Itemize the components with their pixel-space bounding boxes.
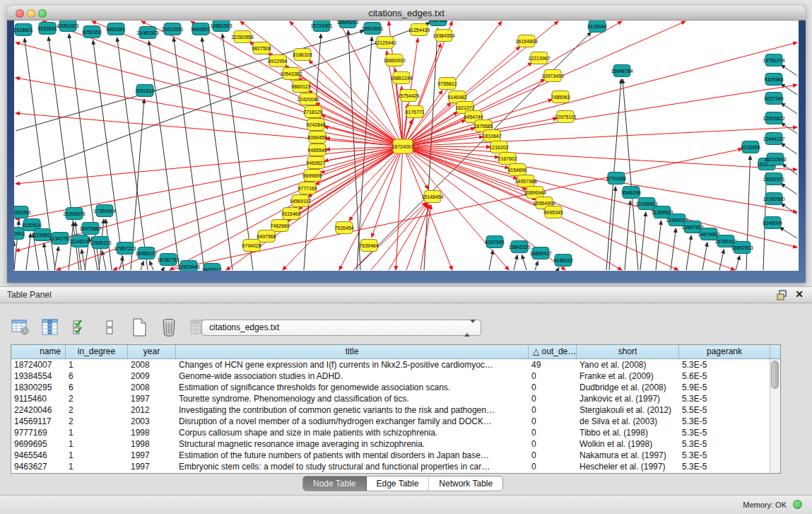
- table-cell[interactable]: 6: [66, 370, 128, 382]
- table-cell[interactable]: 9777169: [11, 427, 66, 438]
- citation-edge-black[interactable]: [26, 233, 31, 270]
- table-settings-icon[interactable]: [10, 317, 31, 338]
- column-header-4[interactable]: △ out_de…: [529, 345, 577, 358]
- table-cell[interactable]: Changes of HCN gene expression and I(f) …: [176, 359, 529, 370]
- column-header-0[interactable]: name: [11, 345, 66, 358]
- table-cell[interactable]: Franke et al. (2009): [577, 370, 679, 382]
- table-cell[interactable]: 1: [66, 450, 128, 461]
- cited-node[interactable]: 9146482: [447, 91, 466, 103]
- table-cell[interactable]: 0: [529, 382, 577, 393]
- table-selector-dropdown[interactable]: citations_edges.txt: [201, 320, 481, 336]
- citing-node[interactable]: 8215955: [741, 141, 760, 153]
- cited-node[interactable]: 1216202: [489, 141, 508, 153]
- citation-edge-black[interactable]: [535, 261, 538, 270]
- table-cell[interactable]: 5.5E-5: [679, 404, 770, 416]
- column-header-5[interactable]: short: [577, 345, 679, 358]
- table-cell[interactable]: Dudbridge et al. (2008): [577, 382, 679, 393]
- citation-edge-black[interactable]: [223, 34, 253, 270]
- column-header-3[interactable]: title: [176, 345, 529, 358]
- cited-node[interactable]: 9095345: [543, 206, 563, 218]
- cited-node[interactable]: 12125443: [374, 37, 396, 49]
- citation-edge-black[interactable]: [117, 37, 148, 270]
- citation-edge-black[interactable]: [781, 184, 797, 194]
- table-cell[interactable]: 0: [529, 427, 577, 438]
- table-cell[interactable]: 0: [529, 370, 577, 382]
- table-cell[interactable]: 5.6E-5: [679, 370, 770, 382]
- table-cell[interactable]: 9465546: [11, 450, 66, 461]
- citing-node[interactable]: 16892503: [731, 242, 753, 254]
- tab-network-table[interactable]: Network Table: [429, 477, 502, 491]
- table-cell[interactable]: 2003: [128, 416, 176, 427]
- cited-node[interactable]: 16660910: [383, 54, 405, 66]
- node-attribute-table[interactable]: namein_degreeyeartitle△ out_de…shortpage…: [11, 344, 781, 474]
- citing-node[interactable]: 12160560: [763, 193, 784, 205]
- table-row[interactable]: 2242004622012Investigating the contribut…: [11, 404, 780, 416]
- citation-edge-black[interactable]: [781, 65, 797, 76]
- citing-node[interactable]: 11145194: [69, 235, 90, 247]
- cited-node[interactable]: 10973493: [541, 70, 563, 82]
- network-canvas[interactable]: 2226055898275088912954105433829860123224…: [14, 21, 799, 271]
- table-cell[interactable]: 1998: [128, 438, 176, 450]
- cited-node[interactable]: 7462660: [270, 220, 289, 232]
- citing-node[interactable]: 16958107: [135, 247, 157, 259]
- cited-node[interactable]: 9777169: [298, 182, 317, 194]
- citation-edge-black[interactable]: [150, 261, 153, 270]
- table-cell[interactable]: 18300295: [11, 382, 66, 393]
- citing-node[interactable]: 10851503: [210, 21, 232, 32]
- cited-node[interactable]: 11254439: [408, 24, 430, 36]
- table-cell[interactable]: 2: [66, 393, 128, 404]
- citing-node[interactable]: 9253591: [37, 23, 57, 35]
- table-cell[interactable]: 9699695: [11, 438, 66, 450]
- show-column-icon[interactable]: [40, 317, 61, 338]
- table-row[interactable]: 969969511998Structural magnetic resonanc…: [11, 438, 780, 450]
- citing-node[interactable]: 19751074: [763, 54, 784, 66]
- table-cell[interactable]: 19384554: [11, 370, 66, 382]
- table-cell[interactable]: 1: [66, 461, 128, 472]
- citation-edge-black[interactable]: [514, 255, 517, 270]
- table-cell[interactable]: 2009: [128, 370, 176, 382]
- citation-edge-black[interactable]: [202, 37, 233, 270]
- table-cell[interactable]: 5.3E-5: [679, 416, 770, 427]
- table-row[interactable]: 911546021997Tourette syndrome. Phenomeno…: [11, 393, 780, 404]
- cited-node[interactable]: 9860123: [291, 81, 310, 93]
- citation-edge-black[interactable]: [348, 30, 360, 270]
- cited-node[interactable]: 6794028: [242, 240, 261, 252]
- close-panel-icon[interactable]: ✕: [795, 288, 804, 300]
- select-all-icon[interactable]: [69, 317, 90, 338]
- citing-node[interactable]: 17957223: [114, 243, 136, 255]
- table-cell[interactable]: 9463627: [11, 461, 66, 472]
- table-cell[interactable]: 0: [529, 393, 577, 404]
- citation-edge-black[interactable]: [163, 267, 164, 270]
- table-cell[interactable]: 5.3E-5: [679, 393, 770, 404]
- table-cell[interactable]: 0: [529, 404, 577, 416]
- table-cell[interactable]: 0: [529, 416, 577, 427]
- table-cell[interactable]: 0: [529, 461, 577, 472]
- cited-node[interactable]: 2167602: [498, 153, 517, 165]
- table-cell[interactable]: Nakamura et al. (1997): [577, 450, 679, 461]
- cited-node[interactable]: 22420046: [297, 93, 319, 105]
- table-cell[interactable]: Wolkin et al. (1998): [577, 438, 679, 450]
- citing-node[interactable]: 15932971: [763, 173, 784, 185]
- table-cell[interactable]: 18724007: [11, 359, 66, 370]
- citing-node[interactable]: 12342757: [49, 233, 71, 245]
- column-header-2[interactable]: year: [128, 345, 176, 358]
- citation-network-graph[interactable]: 2226055898275088912954105433829860123224…: [14, 21, 799, 271]
- cited-node[interactable]: 16154808: [515, 35, 537, 47]
- new-document-icon[interactable]: [129, 317, 150, 338]
- table-row[interactable]: 1830029562008Estimation of significance …: [11, 382, 780, 393]
- cited-node[interactable]: 8186328: [293, 49, 312, 61]
- table-cell[interactable]: Genome-wide association studies in ADHD.: [176, 370, 529, 382]
- table-cell[interactable]: 2008: [128, 382, 176, 393]
- cited-node[interactable]: 12213967: [528, 52, 550, 64]
- table-cell[interactable]: 1: [66, 438, 128, 450]
- table-cell[interactable]: 1997: [128, 450, 176, 461]
- citation-edge-black[interactable]: [640, 212, 646, 270]
- citation-edge-black[interactable]: [702, 243, 707, 270]
- citation-edge-black[interactable]: [736, 256, 740, 270]
- table-cell[interactable]: Stergiakouli et al. (2012): [577, 404, 679, 416]
- citation-edge-black[interactable]: [671, 228, 676, 270]
- table-row[interactable]: 1938455462009Genome-wide association stu…: [11, 370, 780, 382]
- citing-node[interactable]: 18503591: [361, 23, 383, 35]
- table-cell[interactable]: Disruption of a novel member of a sodium…: [176, 416, 529, 427]
- citing-node[interactable]: 16895417: [529, 247, 551, 259]
